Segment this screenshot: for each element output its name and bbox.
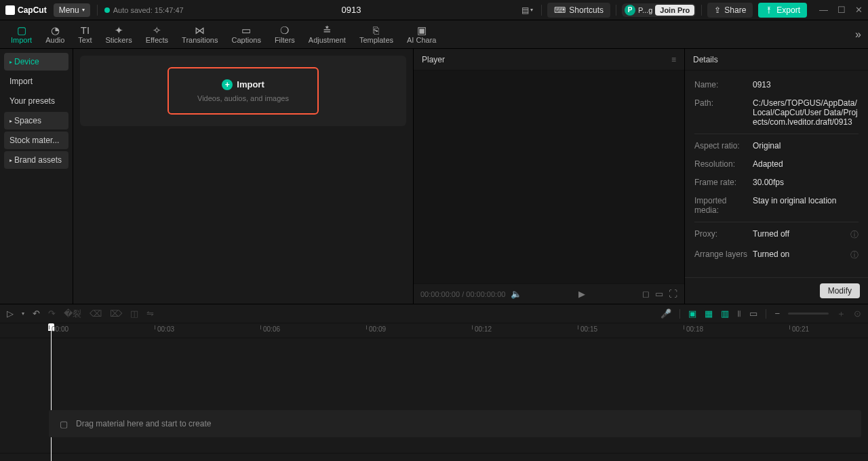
record-audio-icon[interactable]: 🎤 — [660, 308, 671, 319]
info-icon[interactable]: ⓘ — [850, 249, 859, 261]
redo-button[interactable]: ↷ — [48, 308, 56, 319]
share-button[interactable]: ⇪ Share — [707, 3, 753, 18]
tab-stickers[interactable]: ✦Stickers — [99, 20, 139, 48]
tab-effects[interactable]: ✧Effects — [139, 20, 175, 48]
more-tabs-icon[interactable]: » — [855, 28, 861, 41]
tab-captions[interactable]: ▭Captions — [224, 20, 267, 48]
timeline: ▷ ▾ ↶ ↷ �裂 ⌫ ⌦ ◫ ⇋ 🎤 ▣ ▦ ▥ ⫴ ▭ − ＋ ⊙ 00:… — [0, 304, 868, 461]
join-pro-button[interactable]: Join Pro — [655, 5, 694, 16]
tab-icon: ❍ — [280, 25, 289, 35]
details-body: Name:0913 Path:C:/Users/TOPGUS/AppData/L… — [685, 71, 868, 277]
undo-button[interactable]: ↶ — [33, 308, 40, 319]
tab-label: Adjustment — [309, 36, 346, 44]
mirror-icon[interactable]: ⇋ — [146, 308, 154, 319]
hamburger-icon[interactable]: ≡ — [671, 55, 676, 64]
detail-key: Frame rate: — [694, 178, 753, 187]
import-box[interactable]: +Import Videos, audios, and images — [167, 67, 319, 115]
sidebar-item-import[interactable]: Import — [4, 73, 68, 90]
close-button[interactable]: ✕ — [855, 5, 863, 15]
zoom-slider[interactable] — [788, 313, 829, 315]
caret-icon: ▸ — [9, 157, 12, 163]
details-panel: Details Name:0913 Path:C:/Users/TOPGUS/A… — [685, 49, 868, 304]
player-viewport — [414, 71, 684, 283]
linkage-icon[interactable]: ▥ — [721, 308, 729, 319]
detail-value: 30.00fps — [753, 178, 859, 187]
import-dropzone[interactable]: +Import Videos, audios, and images — [80, 56, 406, 126]
cover-icon[interactable]: ▭ — [749, 308, 757, 319]
plus-icon: + — [222, 79, 233, 90]
tab-ai-chara[interactable]: ▣AI Chara — [400, 20, 443, 48]
avatar: P — [625, 5, 635, 16]
sidebar-item-your-presets[interactable]: Your presets — [4, 92, 68, 110]
tab-filters[interactable]: ❍Filters — [268, 20, 302, 48]
pointer-dropdown-icon[interactable]: ▾ — [22, 310, 24, 317]
sidebar-item-stock-mater-[interactable]: Stock mater... — [4, 132, 68, 149]
timeline-scrollbar[interactable] — [0, 453, 868, 461]
share-label: Share — [724, 5, 746, 15]
compare-icon[interactable]: ▭ — [655, 289, 663, 299]
maximize-button[interactable]: ☐ — [837, 5, 846, 15]
layout-icon[interactable]: ▤ ▾ — [519, 3, 536, 18]
sidebar-item-spaces[interactable]: ▸Spaces — [4, 112, 68, 129]
player-controls: 00:00:00:00 / 00:00:00:00 🔈 ▶ ◻ ▭ ⛶ — [414, 283, 684, 304]
media-sidebar: ▸DeviceImportYour presets▸SpacesStock ma… — [0, 49, 73, 304]
tab-audio[interactable]: ◔Audio — [39, 20, 71, 48]
zoom-out-icon[interactable]: − — [774, 308, 780, 319]
zoom-in-icon[interactable]: ＋ — [837, 308, 846, 320]
timeline-tracks[interactable]: ▢ Drag material here and start to create — [0, 338, 868, 453]
zoom-fit-icon[interactable]: ⊙ — [854, 308, 861, 319]
magnet-main-icon[interactable]: ▣ — [688, 308, 696, 319]
fullscreen-icon[interactable]: ⛶ — [669, 289, 677, 299]
crop-icon[interactable]: ◫ — [130, 308, 138, 319]
split-icon[interactable]: �裂 — [64, 308, 81, 320]
drop-hint-text: Drag material here and start to create — [76, 419, 211, 428]
autosave-dot-icon — [104, 7, 110, 13]
ruler-tick: 00:06 — [260, 325, 280, 333]
preview-axis-icon[interactable]: ⫴ — [737, 308, 741, 319]
shortcuts-button[interactable]: ⌨ Shortcuts — [547, 3, 610, 18]
tab-transitions[interactable]: ⋈Transitions — [175, 20, 224, 48]
player-header: Player ≡ — [414, 49, 684, 71]
sidebar-item-label: Import — [9, 77, 33, 86]
magnet-auto-icon[interactable]: ▦ — [705, 308, 713, 319]
user-badge[interactable]: P P...g Join Pro — [622, 3, 696, 17]
details-title: Details — [693, 55, 718, 64]
tab-templates[interactable]: ⎘Templates — [353, 20, 400, 48]
tab-text[interactable]: TIText — [71, 20, 98, 48]
play-button[interactable]: ▶ — [578, 289, 585, 299]
tab-label: Audio — [45, 36, 64, 44]
tab-import[interactable]: ▢Import — [4, 20, 39, 48]
import-subtitle: Videos, audios, and images — [197, 94, 289, 102]
delete-left-icon[interactable]: ⌫ — [90, 308, 102, 319]
tab-adjustment[interactable]: ≛Adjustment — [302, 20, 353, 48]
volume-icon[interactable]: 🔈 — [511, 289, 521, 299]
sidebar-item-device[interactable]: ▸Device — [4, 53, 68, 71]
modify-button[interactable]: Modify — [820, 283, 860, 298]
tab-icon: ⎘ — [373, 25, 379, 35]
delete-right-icon[interactable]: ⌦ — [110, 308, 122, 319]
detail-value: Turned off — [753, 229, 850, 241]
timeline-drop-hint[interactable]: ▢ Drag material here and start to create — [49, 410, 861, 437]
media-icon: ▢ — [60, 419, 68, 429]
detail-key: Proxy: — [694, 229, 753, 241]
ratio-icon[interactable]: ◻ — [642, 289, 650, 299]
detail-key: Aspect ratio: — [694, 141, 753, 151]
export-icon: ⭱ — [765, 5, 773, 15]
export-button[interactable]: ⭱ Export — [758, 3, 807, 18]
minimize-button[interactable]: — — [819, 5, 828, 15]
player-title: Player — [422, 55, 445, 64]
pointer-tool-icon[interactable]: ▷ — [7, 308, 14, 319]
tab-icon: ⋈ — [195, 25, 205, 35]
tab-label: Stickers — [106, 36, 132, 44]
tab-label: Import — [11, 36, 32, 44]
titlebar-right: ▤ ▾ ⌨ Shortcuts P P...g Join Pro ⇪ Share… — [519, 3, 863, 18]
player-panel: Player ≡ 00:00:00:00 / 00:00:00:00 🔈 ▶ ◻… — [414, 49, 685, 304]
info-icon[interactable]: ⓘ — [850, 229, 859, 241]
menu-button[interactable]: Menu ▾ — [54, 3, 90, 17]
timeline-ruler[interactable]: 00:0000:0300:0600:0900:1200:1500:1800:21 — [0, 323, 868, 338]
keyboard-icon: ⌨ — [554, 5, 566, 15]
sidebar-item-brand-assets[interactable]: ▸Brand assets — [4, 151, 68, 169]
ruler-tick: 00:12 — [472, 325, 492, 333]
sidebar-item-label: Stock mater... — [9, 136, 59, 145]
tab-label: Effects — [146, 36, 168, 44]
